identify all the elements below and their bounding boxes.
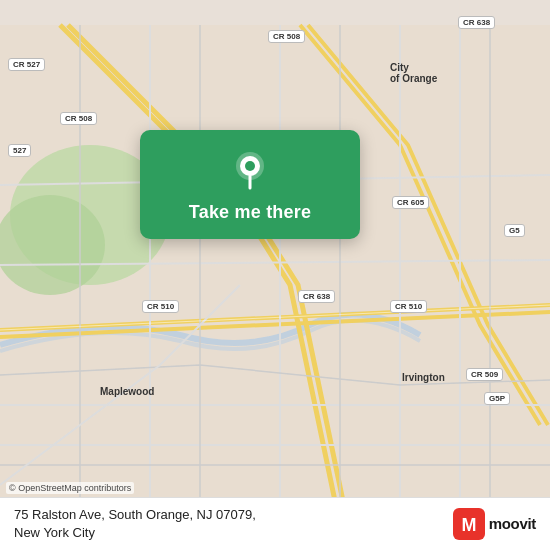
road-label-g5: G5 xyxy=(504,224,525,237)
map-pin-icon xyxy=(228,148,272,192)
road-label-cr509: CR 509 xyxy=(466,368,503,381)
moovit-text: moovit xyxy=(489,516,536,533)
address-line1: 75 Ralston Ave, South Orange, NJ 07079, xyxy=(14,506,256,524)
cta-card[interactable]: Take me there xyxy=(140,130,360,239)
road-label-cr638-top: CR 638 xyxy=(458,16,495,29)
road-label-cr527: CR 527 xyxy=(8,58,45,71)
road-label-cr510-right: CR 510 xyxy=(390,300,427,313)
road-label-cr508-left: CR 508 xyxy=(60,112,97,125)
moovit-icon: M xyxy=(453,508,485,540)
address-block: 75 Ralston Ave, South Orange, NJ 07079, … xyxy=(14,506,256,542)
road-label-cr638-mid: CR 638 xyxy=(298,290,335,303)
place-label-maplewood: Maplewood xyxy=(98,386,156,397)
moovit-logo: M moovit xyxy=(453,508,536,540)
road-label-cr508-top: CR 508 xyxy=(268,30,305,43)
road-label-cr510-left: CR 510 xyxy=(142,300,179,313)
road-label-g5p: G5P xyxy=(484,392,510,405)
road-label-cr605: CR 605 xyxy=(392,196,429,209)
road-label-527: 527 xyxy=(8,144,31,157)
cta-label: Take me there xyxy=(189,202,311,223)
map-container: CR 527 CR 508 CR 508 527 CR 638 CR 605 C… xyxy=(0,0,550,550)
svg-point-2 xyxy=(0,195,105,295)
address-line2: New York City xyxy=(14,524,256,542)
osm-credit: © OpenStreetMap contributors xyxy=(6,482,134,494)
bottom-bar: 75 Ralston Ave, South Orange, NJ 07079, … xyxy=(0,497,550,550)
place-label-orange: Cityof Orange xyxy=(388,62,439,84)
svg-point-5 xyxy=(245,161,255,171)
svg-text:M: M xyxy=(461,515,476,535)
place-label-irvington: Irvington xyxy=(400,372,447,383)
map-background xyxy=(0,0,550,550)
moovit-name: moovit xyxy=(489,516,536,533)
